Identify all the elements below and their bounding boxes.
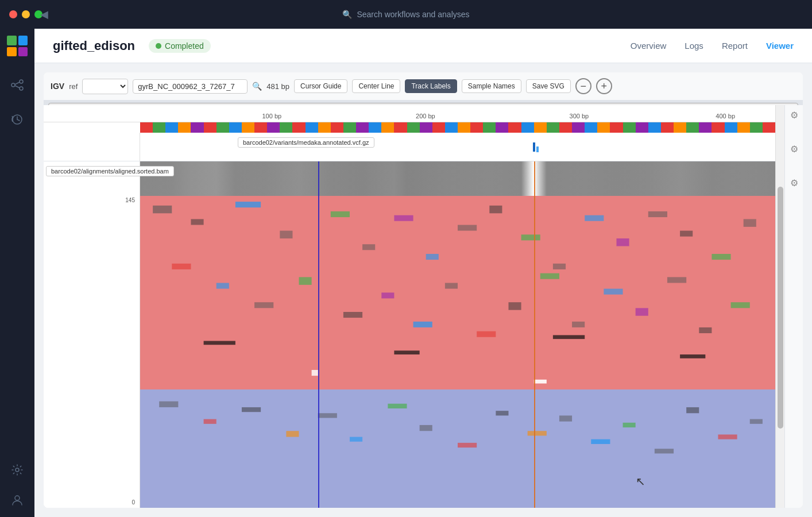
svg-rect-13 [362,244,375,250]
ruler-300bp: 300 bp [570,113,589,119]
sidebar-item-workflows[interactable] [7,75,28,95]
svg-rect-48 [534,380,547,384]
cursor-guide-button[interactable]: Cursor Guide [294,79,347,93]
sidebar-item-history[interactable] [7,109,28,130]
sidebar-item-settings[interactable] [7,460,28,480]
y-axis: 145 0 [44,161,140,508]
titlebar-search[interactable]: 🔍 Search workflows and analyses [342,10,469,19]
svg-rect-9 [191,219,203,225]
svg-rect-59 [528,431,547,435]
logo-sq-4 [18,47,28,57]
vcf-track-label: barcode02/variants/medaka.annotated.vcf.… [238,137,374,148]
svg-rect-54 [350,437,362,441]
igv-tracks: 100 bp 200 bp 300 bp 400 bp barcode02/va… [44,105,775,508]
svg-rect-11 [280,231,292,238]
logo-sq-1 [7,36,17,45]
svg-rect-53 [318,413,337,418]
svg-rect-35 [508,302,521,310]
titlebar: ◀ 🔍 Search workflows and analyses [0,0,812,29]
svg-line-3 [15,82,20,84]
minimize-button[interactable] [22,10,30,18]
svg-rect-66 [750,419,763,423]
svg-point-2 [20,87,23,90]
igv-sequence-colorbar [140,122,775,133]
svg-rect-52 [286,431,299,437]
nav-viewer[interactable]: Viewer [766,38,794,53]
close-button[interactable] [9,10,17,18]
save-svg-button[interactable]: Save SVG [526,79,571,93]
svg-rect-63 [655,449,674,453]
svg-rect-41 [699,327,712,333]
igv-scrollbar[interactable] [775,105,784,508]
svg-rect-28 [254,302,273,308]
status-text: Completed [165,41,204,51]
igv-ref-label: ref [69,82,78,91]
page-header: gifted_edison Completed Overview Logs Re… [34,29,812,63]
svg-rect-49 [159,401,178,407]
app-logo [7,36,28,56]
content-area: gifted_edison Completed Overview Logs Re… [34,29,812,517]
svg-rect-61 [591,439,610,443]
ruler-400bp: 400 bp [716,113,735,119]
igv-progress-bar [44,101,803,105]
search-label: Search workflows and analyses [357,10,469,19]
svg-rect-65 [718,434,737,439]
svg-rect-62 [623,422,636,427]
svg-rect-34 [477,331,496,337]
igv-label: IGV [51,82,64,91]
vcf-track-settings-icon[interactable]: ⚙ [790,110,798,121]
igv-body: 100 bp 200 bp 300 bp 400 bp barcode02/va… [44,105,803,508]
svg-rect-56 [420,425,432,431]
header-nav: Overview Logs Report Viewer [631,38,794,53]
nav-overview[interactable]: Overview [631,38,667,53]
svg-rect-58 [496,411,508,415]
ruler-100bp: 100 bp [262,113,281,119]
igv-bam-track: barcode02/alignments/aligned.sorted.bam … [44,161,775,508]
reverse-reads [140,389,775,508]
svg-rect-24 [712,254,730,260]
search-icon: 🔍 [342,10,352,19]
igv-search-input[interactable] [133,79,248,94]
svg-rect-55 [388,403,407,408]
nav-report[interactable]: Report [722,38,748,53]
svg-line-4 [15,86,20,88]
status-dot [156,43,161,49]
back-button[interactable]: ◀ [40,8,48,21]
cursor-line-orange [534,161,535,508]
svg-rect-27 [216,283,229,288]
svg-rect-8 [153,206,172,213]
svg-rect-40 [667,277,686,283]
cursor-line-blue [318,161,319,508]
svg-rect-39 [636,308,648,315]
svg-rect-10 [235,202,261,207]
ruler-200bp: 200 bp [416,113,435,119]
igv-scrollbar-thumb[interactable] [778,187,783,429]
igv-container: IGV ref 🔍 481 bp Cursor Guide Center Lin… [44,72,803,508]
app-body: gifted_edison Completed Overview Logs Re… [0,29,812,517]
sample-names-button[interactable]: Sample Names [462,79,521,93]
zoom-out-button[interactable]: − [575,78,591,94]
center-line-button[interactable]: Center Line [352,79,400,93]
vcf-markers-area: barcode02/variants/medaka.annotated.vcf.… [140,133,775,161]
bam-render-area [140,161,775,508]
vcf-track-settings-icon-2[interactable]: ⚙ [790,144,798,155]
sidebar-item-user[interactable] [7,489,28,510]
track-labels-button[interactable]: Track Labels [405,79,457,93]
nav-logs[interactable]: Logs [685,38,703,53]
svg-point-6 [16,468,19,472]
svg-rect-22 [648,211,667,217]
bam-track-settings-icon[interactable]: ⚙ [790,178,798,188]
zoom-in-button[interactable]: + [596,78,612,94]
forward-reads [140,196,775,389]
svg-rect-25 [744,219,756,226]
igv-genome-select[interactable] [82,79,128,94]
svg-rect-46 [680,354,705,358]
svg-rect-12 [331,211,350,217]
svg-rect-21 [617,238,629,246]
igv-search-icon[interactable]: 🔍 [252,82,262,91]
svg-rect-14 [394,215,413,221]
svg-rect-38 [604,289,622,295]
page-title: gifted_edison [53,38,135,53]
svg-rect-31 [381,292,394,298]
svg-rect-17 [489,206,502,213]
